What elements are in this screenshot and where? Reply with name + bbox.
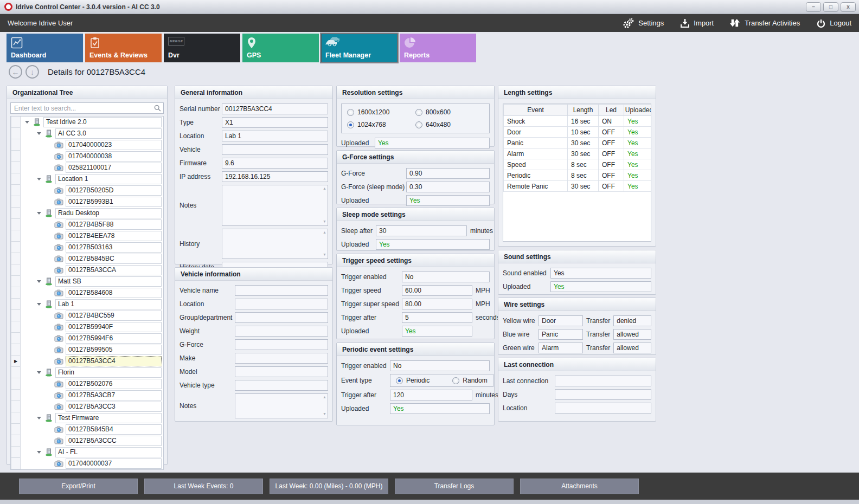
green-wire-field[interactable] [539,343,583,353]
yellow-wire-field[interactable] [539,315,583,326]
per-enabled-field[interactable] [390,360,490,371]
tree-item-device[interactable]: 00127B599505 [11,344,163,356]
length-settings-row[interactable]: Periodic8 secOFFYes [504,170,652,181]
back-button[interactable]: ← [9,65,22,79]
tree-item-device[interactable]: 00127B503163 [11,242,163,253]
last-week-events-button[interactable]: Last Week Events: 0 [144,479,263,494]
veh-location-field[interactable] [235,299,328,309]
expander-arrow-icon[interactable] [37,132,41,135]
collapse-button[interactable]: ↓ [25,65,39,79]
scroll-up-icon[interactable]: ▲ [323,395,326,399]
notes-textarea[interactable] [222,185,328,226]
tree-item-device[interactable]: ▶ 00127B5A3CC4 [11,356,163,367]
group-department-field[interactable] [235,312,328,323]
tree-item-device[interactable]: 025821100017 [11,162,163,173]
gforce-sleep-field[interactable] [406,182,490,192]
logout-button[interactable]: Logout [816,18,851,28]
tree-item-device[interactable]: 00127B584608 [11,287,163,299]
minimize-button[interactable]: – [806,2,821,12]
green-transfer-field[interactable] [613,343,651,353]
tab-events-reviews[interactable]: Events & Reviews [85,34,162,62]
ip-address-field[interactable] [222,171,328,182]
type-field[interactable] [222,117,328,128]
blue-transfer-field[interactable] [613,329,651,340]
blue-wire-field[interactable] [539,329,583,340]
vehicle-name-field[interactable] [235,285,328,296]
tree-item-group[interactable]: AI - FL [11,447,163,458]
import-button[interactable]: Import [680,18,714,28]
tree-item-group[interactable]: Test Firmware [11,412,163,424]
length-settings-row[interactable]: Alarm30 secOFFYes [504,148,652,159]
vehicle-type-field[interactable] [235,380,328,391]
settings-button[interactable]: Settings [623,18,664,29]
tree-item-device[interactable]: 00127B5A3CCA [11,264,163,276]
tab-fleet-manager[interactable]: Fleet Manager [321,34,398,62]
tree-item-device[interactable]: 017040000038 [11,151,163,162]
tree-item-device[interactable]: 00127B59940F [11,321,163,333]
gforce-field[interactable] [406,168,490,179]
length-settings-row[interactable]: Door10 secOFFYes [504,127,652,138]
scroll-up-icon[interactable]: ▲ [323,230,326,234]
col-event[interactable]: Event [504,105,568,116]
firmware-field[interactable] [222,158,328,169]
tree-item-group[interactable]: Lab 1 [11,299,163,310]
resolution-option-640x480[interactable]: 640x480 [415,121,484,128]
event-type-periodic[interactable]: Periodic [396,377,430,384]
tree-item-group[interactable]: Florin [11,367,163,378]
col-uploaded[interactable]: Uploaded [624,105,652,116]
expander-arrow-icon[interactable] [37,417,41,419]
tree-item-group[interactable]: Test Idrive 2.0 [11,117,163,128]
resolution-option-800x600[interactable]: 800x600 [415,108,484,116]
expander-arrow-icon[interactable] [37,178,41,180]
tree-item-device[interactable]: 00127B5993B1 [11,196,163,208]
expander-arrow-icon[interactable] [37,451,41,454]
tree-item-device[interactable]: 00127B5994F6 [11,333,163,344]
days-field[interactable] [555,389,651,400]
yellow-transfer-field[interactable] [613,315,651,326]
tab-reports[interactable]: Reports [400,34,476,62]
sound-enabled-field[interactable] [550,268,651,279]
veh-gforce-field[interactable] [235,339,328,350]
col-led[interactable]: Led [599,105,624,116]
expander-arrow-icon[interactable] [37,303,41,306]
close-button[interactable]: x [841,2,856,12]
history-textarea[interactable] [222,229,328,259]
tab-dashboard[interactable]: Dashboard [7,34,83,62]
scroll-up-icon[interactable]: ▲ [323,186,326,190]
expander-arrow-icon[interactable] [25,121,29,124]
scroll-down-icon[interactable]: ▼ [323,253,326,256]
tree-item-device[interactable]: 017040000037 [11,458,163,469]
tree-item-device[interactable]: 00127B5845B4 [11,424,163,435]
tree-item-group[interactable]: AI CC 3.0 [11,128,163,139]
sleep-after-field[interactable] [376,225,467,236]
veh-notes-textarea[interactable] [235,393,328,418]
tree-item-device[interactable]: 00127B5A3CB7 [11,390,163,401]
trig-after-field[interactable] [402,312,472,323]
weight-field[interactable] [235,326,328,337]
tab-gps[interactable]: GPS [242,34,319,62]
expander-arrow-icon[interactable] [37,212,41,215]
length-settings-row[interactable]: Speed8 secOFFYes [504,159,652,170]
scroll-down-icon[interactable]: ▼ [323,219,326,223]
export-print-button[interactable]: Export/Print [19,479,138,494]
lc-location-field[interactable] [555,403,651,413]
tree-item-group[interactable]: Matt SB [11,276,163,287]
last-connection-field[interactable] [555,376,651,386]
expander-arrow-icon[interactable] [37,280,41,283]
event-type-random[interactable]: Random [452,377,487,384]
tree-item-device[interactable]: 00127B4BC559 [11,310,163,321]
tree-item-device[interactable]: 00127B502076 [11,378,163,390]
tree-item-device[interactable]: 00127B5A3CC3 [11,401,163,412]
tree-item-device[interactable]: 017040000023 [11,139,163,151]
per-after-field[interactable] [390,390,472,400]
make-field[interactable] [235,353,328,364]
maximize-button[interactable]: □ [823,2,838,12]
trig-speed-field[interactable] [402,285,472,296]
tree-item-device[interactable]: 00127B5845BC [11,253,163,264]
tree-item-device[interactable]: 00127B50205D [11,185,163,196]
location-field[interactable] [222,131,328,141]
resolution-option-1600x1200[interactable]: 1600x1200 [347,108,415,116]
last-week-miles-button[interactable]: Last Week: 0.00 (Miles) - 0.00 (MPH) [270,479,388,494]
length-settings-row[interactable]: Remote Panic30 secOFFYes [504,181,652,192]
vehicle-field[interactable] [222,144,328,155]
